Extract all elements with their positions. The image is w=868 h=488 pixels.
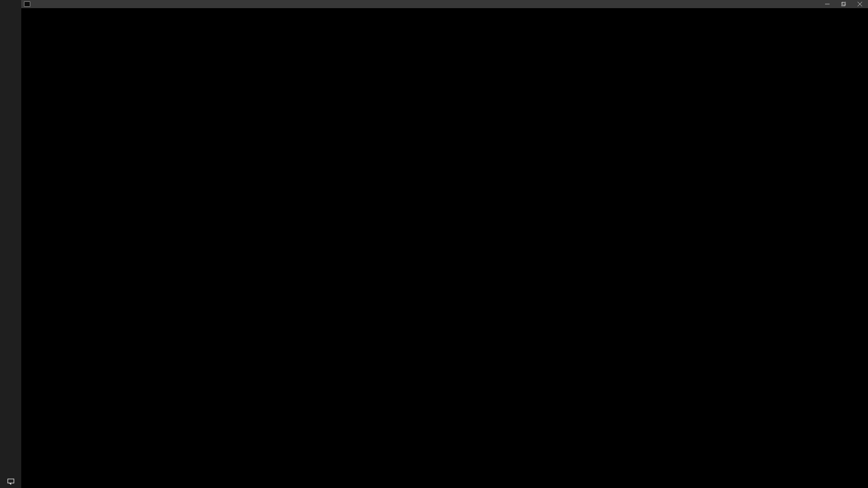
window-controls	[819, 0, 868, 8]
svg-rect-2	[841, 3, 845, 6]
terminal-output[interactable]	[21, 8, 868, 488]
app-icon	[24, 1, 30, 7]
titlebar[interactable]	[21, 0, 868, 8]
svg-rect-3	[842, 2, 846, 5]
close-button[interactable]	[852, 0, 868, 8]
anaconda-prompt-window	[21, 0, 868, 488]
svg-rect-0	[8, 479, 14, 483]
action-center-button[interactable]	[0, 475, 21, 488]
taskbar	[0, 0, 21, 488]
minimize-button[interactable]	[819, 0, 835, 8]
taskbar-bottom	[0, 472, 21, 488]
maximize-button[interactable]	[835, 0, 852, 8]
